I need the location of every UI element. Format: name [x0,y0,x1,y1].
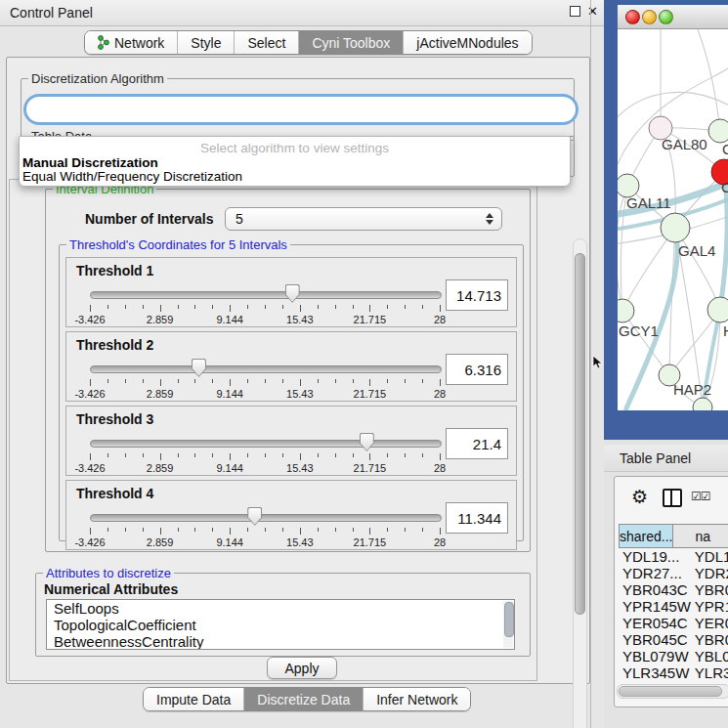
threshold-value-field[interactable] [446,354,508,385]
main-scrollbar-thumb[interactable] [575,253,585,615]
tab-label: Cyni Toolbox [312,35,390,51]
cell-name: YPR1 [691,598,728,615]
cyni-toolbox-content: Discretization Algorithm Select algorith… [6,57,590,684]
tab-infer-network[interactable]: Infer Network [363,688,470,710]
threshold-slider[interactable]: -3.4262.8599.14415.4321.71528 [90,506,440,547]
tab-select[interactable]: Select [234,31,298,54]
threshold-slider[interactable]: -3.4262.8599.14415.4321.71528 [90,283,440,324]
tick-label: 28 [434,314,446,325]
slider-thumb[interactable] [192,359,206,377]
tick-label: 21.715 [354,462,387,474]
minimize-traffic-light-icon[interactable] [642,10,657,24]
list-scrollbar-thumb[interactable] [504,602,514,637]
close-icon[interactable]: ✕ [587,5,598,18]
network-titlebar[interactable] [618,5,728,29]
network-node-label: GAL80 [662,136,707,152]
tab-label: Style [191,35,221,51]
threshold-label: Threshold 2 [76,337,153,353]
attribute-list-item[interactable]: BetweennessCentrality [47,633,514,650]
slider-track[interactable] [90,514,442,522]
table-row[interactable]: YIL052CYIL0 [619,681,728,683]
tick-label: 21.715 [354,388,387,400]
table-row[interactable]: YBR043CYBR0 [619,581,728,598]
network-node-label: H [723,322,728,339]
float-window-icon[interactable] [570,6,580,17]
network-node-label: C [721,179,728,195]
tab-impute-data[interactable]: Impute Data [144,688,243,710]
slider-track[interactable] [90,440,442,448]
slider-track[interactable] [90,291,442,299]
tab-network[interactable]: Network [85,31,177,54]
column-header-name[interactable]: na [673,524,728,548]
network-edge[interactable] [618,68,728,176]
threshold-slider[interactable]: -3.4262.8599.14415.4321.71528 [90,432,440,473]
tick-label: 2.859 [147,314,174,325]
network-canvas[interactable]: GAL80GAGAL11CGAL4GCY1HHAP2 [618,29,728,410]
table-horizontal-scrollbar[interactable] [617,684,728,699]
network-edge[interactable] [696,29,720,131]
cell-name: YBR0 [691,581,728,598]
close-traffic-light-icon[interactable] [625,10,640,24]
table-row[interactable]: YBR045CYBR0 [619,631,728,648]
network-node[interactable] [707,297,728,322]
checkboxes-icon[interactable]: ☑☑ [691,490,710,503]
cell-shared-name: YDR27... [619,565,691,581]
cell-shared-name: YDL19... [619,548,691,565]
slider-thumb[interactable] [247,507,262,526]
main-scrollbar[interactable] [573,238,587,728]
slider-thumb[interactable] [360,433,374,451]
slider-tick-labels: -3.4262.8599.14415.4321.71528 [90,388,440,400]
cell-name: YIL0 [691,681,728,683]
tab-label: Select [247,35,285,51]
network-node-label: GA [722,141,728,157]
table-row[interactable]: YDR27...YDR2 [619,565,728,581]
list-scrollbar[interactable] [503,601,513,648]
columns-icon[interactable] [663,489,682,507]
table-row[interactable]: YLR345WYLR3 [619,664,728,681]
dropdown-prompt: Select algorithm to view settings [20,137,570,156]
dropdown-option-equal-width-frequency[interactable]: Equal Width/Frequency Discretization [20,170,570,184]
tick-label: 28 [434,388,446,400]
zoom-traffic-light-icon[interactable] [659,10,673,24]
threshold-value-field[interactable] [446,502,508,534]
network-node[interactable] [661,213,690,242]
network-node[interactable] [693,398,712,410]
dropdown-option-manual-discretization[interactable]: Manual Discretization [20,156,570,170]
threshold-panel: Threshold 2 -3.4262.8599.14415.4321.7152… [65,331,517,402]
tab-style[interactable]: Style [177,31,234,54]
numerical-attributes-label: Numerical Attributes [44,581,178,597]
network-node[interactable] [618,299,634,322]
apply-button[interactable]: Apply [267,657,337,679]
column-header-shared-name[interactable]: shared... [619,524,673,548]
attribute-list-item[interactable]: SelfLoops [47,600,514,617]
cell-shared-name: YBR045C [619,631,691,648]
algorithm-dropdown-popup: Select algorithm to view settings Manual… [19,136,571,187]
threshold-value-field[interactable] [446,279,508,311]
table-row[interactable]: YBL079WYBL0 [619,648,728,664]
threshold-slider[interactable]: -3.4262.8599.14415.4321.71528 [90,358,440,399]
gear-icon[interactable]: ⚙ [631,486,648,508]
table-hscrollbar-thumb[interactable] [619,686,722,697]
tab-discretize-data[interactable]: Discretize Data [243,688,363,710]
threshold-value-field[interactable] [446,428,508,459]
slider-track[interactable] [90,365,442,373]
slider-thumb[interactable] [285,284,300,303]
attribute-list-item[interactable]: TopologicalCoefficient [47,617,514,633]
numerical-attributes-list[interactable]: SelfLoopsTopologicalCoefficientBetweenne… [46,599,515,650]
cell-shared-name: YIL052C [619,681,691,683]
table-row[interactable]: YDL19...YDL1 [619,548,728,565]
tick-label: 15.43 [286,536,314,548]
network-node[interactable] [708,119,728,143]
tab-jactivemnodules[interactable]: jActiveMNodules [403,31,531,54]
number-of-intervals-combobox[interactable]: 5 [225,207,502,231]
table-row[interactable]: YPR145WYPR1 [619,598,728,615]
interval-definition-group: Interval Definition Number of Intervals … [45,189,531,552]
spinner-icon [481,213,498,225]
tick-label: 9.144 [216,314,243,325]
algorithm-combobox[interactable] [26,97,576,122]
tick-label: 15.43 [286,388,314,400]
network-edge[interactable] [618,92,728,122]
tick-label: 28 [434,462,446,474]
tab-cyni-toolbox[interactable]: Cyni Toolbox [298,31,403,54]
table-row[interactable]: YER054CYER0 [619,615,728,631]
